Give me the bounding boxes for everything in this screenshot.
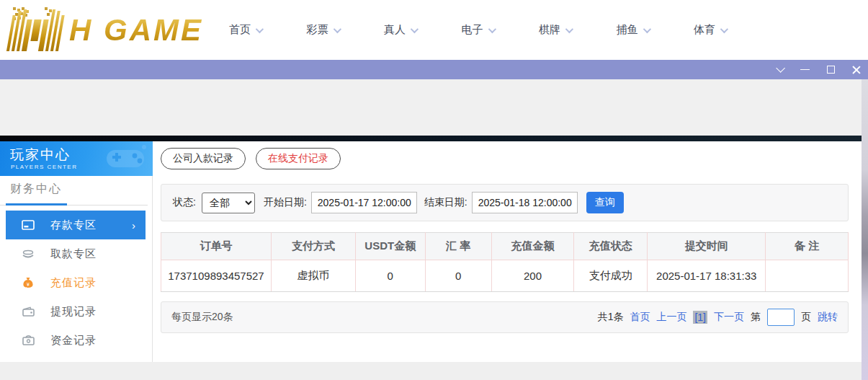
header-recharge-amount: 充值金额 [491,233,574,260]
deposit-card-icon [22,220,35,230]
chevron-down-icon [488,25,496,32]
record-tabs: 公司入款记录 在线支付记录 [161,148,341,169]
table-header-row: 订单号 支付方式 USDT金额 汇 率 充值金额 充值状态 提交时间 备 注 [161,233,849,260]
header-rate: 汇 率 [425,233,491,260]
svg-text:¥: ¥ [27,282,30,287]
pagination-bar: 每页显示20条 共1条 首页 上一页 [1] 下一页 第 页 跳转 [161,301,849,333]
page-spacer [0,79,868,136]
chevron-down-icon [333,25,341,32]
cell-recharge-amount: 200 [491,260,574,292]
start-date-input[interactable] [311,192,417,213]
header-pay-method: 支付方式 [271,233,355,260]
jump-page-suffix: 页 [801,311,811,324]
header-submit-time: 提交时间 [648,233,766,260]
close-icon [852,66,861,74]
end-date-input[interactable] [472,192,578,213]
sidebar-section-title: 财务中心 [10,182,62,197]
jump-page-prefix: 第 [751,311,761,324]
search-button[interactable]: 查询 [586,192,624,213]
header-usdt-amount: USDT金额 [355,233,425,260]
players-center-subtitle: PLAYERS CENTER [11,164,77,170]
page: H GAME 首页 彩票 真人 电子 棋牌 [0,0,868,380]
chevron-down-icon [776,63,785,73]
brand-text: H GAME [69,13,203,48]
header-recharge-status: 充值状态 [574,233,648,260]
site-header: H GAME 首页 彩票 真人 电子 棋牌 [0,0,868,60]
records-table: 订单号 支付方式 USDT金额 汇 率 充值金额 充值状态 提交时间 备 注 1… [161,232,849,292]
sidebar-item-deposit-zone[interactable]: 存款专区 › [6,211,146,239]
window-minimize-button[interactable] [799,64,810,76]
tab-company-deposit-records[interactable]: 公司入款记录 [161,148,246,169]
sidebar-banner: 玩家中心 PLAYERS CENTER [0,141,153,176]
main-nav: 首页 彩票 真人 电子 棋牌 捕鱼 [229,0,726,60]
nav-item-slots[interactable]: 电子 [462,23,494,37]
first-page-link[interactable]: 首页 [630,311,650,324]
status-label: 状态: [173,196,196,209]
cell-remark [766,260,849,292]
pager: 共1条 首页 上一页 [1] 下一页 第 页 跳转 [598,309,838,326]
window-close-button[interactable] [851,64,862,76]
main-content: 公司入款记录 在线支付记录 状态: 全部 开始日期: 结束日期: 查询 订单号 … [153,141,862,362]
players-center-title: 玩家中心 [10,146,71,164]
nav-item-chess[interactable]: 棋牌 [539,23,571,37]
maximize-icon [827,66,835,74]
chevron-down-icon [565,25,573,32]
gamepad-icon [102,143,148,174]
window-controls [773,60,862,79]
header-remark: 备 注 [766,233,849,260]
nav-item-live[interactable]: 真人 [384,23,416,37]
prev-page-link[interactable]: 上一页 [656,311,686,324]
chevron-right-icon: › [132,219,135,231]
footer-strip [0,362,868,380]
sidebar-item-withdraw-zone[interactable]: 取款专区 [0,239,153,268]
header-order-no: 订单号 [161,233,272,260]
window-titlebar [0,60,868,79]
cell-recharge-status: 支付成功 [574,260,648,292]
cell-rate: 0 [425,260,491,292]
cell-submit-time: 2025-01-17 18:31:33 [648,260,766,292]
chevron-down-icon [720,25,728,32]
chevron-down-icon [411,25,419,32]
cell-usdt-amount: 0 [355,260,425,292]
withdraw-hand-icon [22,249,35,259]
page-size-text: 每页显示20条 [171,311,233,324]
current-page: [1] [693,311,707,324]
sidebar: 玩家中心 PLAYERS CENTER 财务中心 存款专区 › [0,141,153,362]
nav-item-home[interactable]: 首页 [229,23,261,37]
purse-icon [22,335,35,345]
sidebar-item-withdrawal-records[interactable]: 提现记录 [0,297,153,326]
status-select[interactable]: 全部 [202,193,255,213]
table-row: 1737109893457527 虚拟币 0 0 200 支付成功 2025-0… [161,260,849,292]
nav-item-lottery[interactable]: 彩票 [307,23,339,37]
dark-divider [0,136,868,141]
end-date-label: 结束日期: [424,196,467,209]
wallet-icon [22,306,35,317]
nav-item-fishing[interactable]: 捕鱼 [617,23,649,37]
vertical-scrollbar[interactable] [862,79,868,380]
next-page-link[interactable]: 下一页 [714,311,744,324]
chevron-down-icon [256,25,264,32]
minimize-icon [800,69,810,70]
sidebar-item-recharge-records[interactable]: ¥ 充值记录 [0,268,153,297]
start-date-label: 开始日期: [264,196,307,209]
nav-item-sports[interactable]: 体育 [694,23,726,37]
sidebar-menu: 存款专区 › 取款专区 ¥ 充值记录 提现记录 [0,211,153,355]
cell-order-no: 1737109893457527 [161,260,272,292]
filter-bar: 状态: 全部 开始日期: 结束日期: 查询 [161,184,849,221]
sidebar-item-funds-records[interactable]: 资金记录 [0,326,153,355]
section-divider-accent [6,203,67,206]
tab-online-payment-records[interactable]: 在线支付记录 [256,148,341,169]
chevron-down-icon [643,25,650,32]
logo[interactable]: H GAME [7,7,203,53]
total-count: 共1条 [598,311,624,324]
jump-link[interactable]: 跳转 [818,311,838,324]
money-bag-icon: ¥ [22,277,35,288]
cell-pay-method: 虚拟币 [271,260,355,292]
window-maximize-button[interactable] [825,64,836,76]
window-collapse-button[interactable] [773,64,784,76]
jump-page-input[interactable] [767,309,795,326]
logo-mark [6,9,66,51]
